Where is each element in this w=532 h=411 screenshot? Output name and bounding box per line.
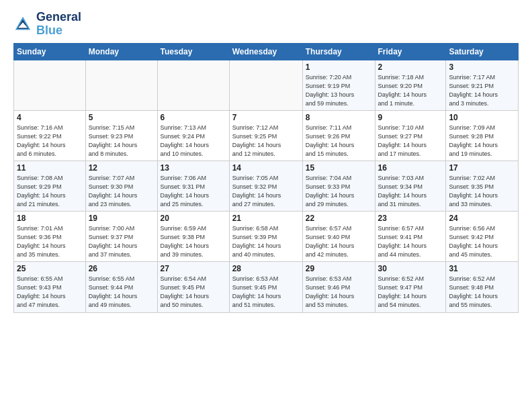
day-info: Sunrise: 7:12 AM Sunset: 9:25 PM Dayligh… bbox=[232, 124, 300, 158]
day-number: 19 bbox=[89, 214, 154, 223]
day-number: 20 bbox=[161, 214, 226, 223]
day-number: 13 bbox=[161, 163, 226, 173]
day-cell: 25Sunrise: 6:55 AM Sunset: 9:43 PM Dayli… bbox=[14, 262, 86, 312]
day-cell: 11Sunrise: 7:08 AM Sunset: 9:29 PM Dayli… bbox=[14, 161, 86, 211]
day-info: Sunrise: 6:55 AM Sunset: 9:43 PM Dayligh… bbox=[17, 275, 83, 310]
day-cell: 15Sunrise: 7:04 AM Sunset: 9:33 PM Dayli… bbox=[302, 161, 375, 211]
header-cell-thursday: Thursday bbox=[302, 43, 375, 60]
day-number: 29 bbox=[306, 264, 372, 273]
day-info: Sunrise: 7:06 AM Sunset: 9:31 PM Dayligh… bbox=[161, 174, 226, 209]
header-cell-wednesday: Wednesday bbox=[229, 43, 302, 60]
day-cell: 4Sunrise: 7:16 AM Sunset: 9:22 PM Daylig… bbox=[14, 110, 86, 161]
day-info: Sunrise: 6:52 AM Sunset: 9:48 PM Dayligh… bbox=[449, 275, 515, 310]
day-info: Sunrise: 7:18 AM Sunset: 9:20 PM Dayligh… bbox=[378, 73, 443, 108]
day-number: 17 bbox=[449, 163, 515, 173]
day-info: Sunrise: 6:59 AM Sunset: 9:38 PM Dayligh… bbox=[161, 224, 226, 259]
day-number: 2 bbox=[378, 62, 443, 72]
day-number: 11 bbox=[17, 163, 83, 173]
day-number: 12 bbox=[89, 163, 154, 173]
day-number: 25 bbox=[17, 264, 83, 273]
header-cell-saturday: Saturday bbox=[446, 43, 519, 60]
day-cell: 10Sunrise: 7:09 AM Sunset: 9:28 PM Dayli… bbox=[446, 110, 519, 161]
week-row-2: 4Sunrise: 7:16 AM Sunset: 9:22 PM Daylig… bbox=[14, 110, 519, 161]
day-info: Sunrise: 7:17 AM Sunset: 9:21 PM Dayligh… bbox=[449, 73, 515, 108]
day-cell: 8Sunrise: 7:11 AM Sunset: 9:26 PM Daylig… bbox=[302, 110, 375, 161]
day-info: Sunrise: 7:04 AM Sunset: 9:33 PM Dayligh… bbox=[306, 174, 372, 209]
day-cell: 24Sunrise: 6:56 AM Sunset: 9:42 PM Dayli… bbox=[446, 212, 519, 262]
week-row-3: 11Sunrise: 7:08 AM Sunset: 9:29 PM Dayli… bbox=[14, 161, 519, 211]
day-cell: 5Sunrise: 7:15 AM Sunset: 9:23 PM Daylig… bbox=[85, 110, 157, 161]
day-number: 23 bbox=[378, 214, 443, 223]
day-cell: 22Sunrise: 6:57 AM Sunset: 9:40 PM Dayli… bbox=[302, 212, 375, 262]
day-cell: 20Sunrise: 6:59 AM Sunset: 9:38 PM Dayli… bbox=[157, 212, 229, 262]
day-number: 9 bbox=[378, 113, 443, 122]
day-cell: 7Sunrise: 7:12 AM Sunset: 9:25 PM Daylig… bbox=[229, 110, 302, 161]
day-info: Sunrise: 7:05 AM Sunset: 9:32 PM Dayligh… bbox=[232, 174, 300, 209]
week-row-5: 25Sunrise: 6:55 AM Sunset: 9:43 PM Dayli… bbox=[14, 262, 519, 312]
day-cell: 3Sunrise: 7:17 AM Sunset: 9:21 PM Daylig… bbox=[446, 60, 519, 110]
day-number: 21 bbox=[232, 214, 300, 223]
logo-icon bbox=[13, 15, 32, 34]
header: General Blue bbox=[13, 11, 519, 38]
day-number: 30 bbox=[378, 264, 443, 273]
day-cell: 26Sunrise: 6:55 AM Sunset: 9:44 PM Dayli… bbox=[85, 262, 157, 312]
logo: General Blue bbox=[13, 11, 81, 38]
day-cell: 28Sunrise: 6:53 AM Sunset: 9:45 PM Dayli… bbox=[229, 262, 302, 312]
calendar-table: SundayMondayTuesdayWednesdayThursdayFrid… bbox=[13, 43, 519, 313]
day-number: 28 bbox=[232, 264, 300, 273]
week-row-1: 1Sunrise: 7:20 AM Sunset: 9:19 PM Daylig… bbox=[14, 60, 519, 110]
day-info: Sunrise: 7:15 AM Sunset: 9:23 PM Dayligh… bbox=[89, 124, 154, 158]
header-row: SundayMondayTuesdayWednesdayThursdayFrid… bbox=[14, 43, 519, 60]
day-cell: 9Sunrise: 7:10 AM Sunset: 9:27 PM Daylig… bbox=[375, 110, 446, 161]
day-cell bbox=[85, 60, 157, 110]
day-cell: 6Sunrise: 7:13 AM Sunset: 9:24 PM Daylig… bbox=[157, 110, 229, 161]
day-info: Sunrise: 7:08 AM Sunset: 9:29 PM Dayligh… bbox=[17, 174, 83, 209]
day-number: 10 bbox=[449, 113, 515, 122]
day-cell: 17Sunrise: 7:02 AM Sunset: 9:35 PM Dayli… bbox=[446, 161, 519, 211]
day-info: Sunrise: 7:03 AM Sunset: 9:34 PM Dayligh… bbox=[378, 174, 443, 209]
day-number: 1 bbox=[306, 62, 372, 72]
day-info: Sunrise: 7:11 AM Sunset: 9:26 PM Dayligh… bbox=[306, 124, 372, 158]
header-cell-sunday: Sunday bbox=[14, 43, 86, 60]
day-number: 22 bbox=[306, 214, 372, 223]
day-number: 16 bbox=[378, 163, 443, 173]
day-info: Sunrise: 7:13 AM Sunset: 9:24 PM Dayligh… bbox=[161, 124, 226, 158]
day-number: 27 bbox=[161, 264, 226, 273]
day-number: 14 bbox=[232, 163, 300, 173]
day-number: 5 bbox=[89, 113, 154, 122]
day-info: Sunrise: 6:52 AM Sunset: 9:47 PM Dayligh… bbox=[378, 275, 443, 310]
day-cell: 23Sunrise: 6:57 AM Sunset: 9:41 PM Dayli… bbox=[375, 212, 446, 262]
day-info: Sunrise: 7:16 AM Sunset: 9:22 PM Dayligh… bbox=[17, 124, 83, 158]
day-info: Sunrise: 6:58 AM Sunset: 9:39 PM Dayligh… bbox=[232, 224, 300, 259]
page: General Blue SundayMondayTuesdayWednesda… bbox=[0, 0, 532, 320]
day-cell: 1Sunrise: 7:20 AM Sunset: 9:19 PM Daylig… bbox=[302, 60, 375, 110]
day-info: Sunrise: 7:00 AM Sunset: 9:37 PM Dayligh… bbox=[89, 224, 154, 259]
day-info: Sunrise: 7:07 AM Sunset: 9:30 PM Dayligh… bbox=[89, 174, 154, 209]
day-number: 8 bbox=[306, 113, 372, 122]
day-info: Sunrise: 6:57 AM Sunset: 9:41 PM Dayligh… bbox=[378, 224, 443, 259]
header-cell-tuesday: Tuesday bbox=[157, 43, 229, 60]
day-cell: 18Sunrise: 7:01 AM Sunset: 9:36 PM Dayli… bbox=[14, 212, 86, 262]
day-cell bbox=[229, 60, 302, 110]
day-cell: 31Sunrise: 6:52 AM Sunset: 9:48 PM Dayli… bbox=[446, 262, 519, 312]
day-cell: 16Sunrise: 7:03 AM Sunset: 9:34 PM Dayli… bbox=[375, 161, 446, 211]
logo-text: General Blue bbox=[36, 11, 81, 38]
day-number: 18 bbox=[17, 214, 83, 223]
day-number: 31 bbox=[449, 264, 515, 273]
day-info: Sunrise: 6:56 AM Sunset: 9:42 PM Dayligh… bbox=[449, 224, 515, 259]
day-info: Sunrise: 6:55 AM Sunset: 9:44 PM Dayligh… bbox=[89, 275, 154, 310]
day-number: 15 bbox=[306, 163, 372, 173]
day-number: 7 bbox=[232, 113, 300, 122]
day-info: Sunrise: 7:01 AM Sunset: 9:36 PM Dayligh… bbox=[17, 224, 83, 259]
day-cell: 19Sunrise: 7:00 AM Sunset: 9:37 PM Dayli… bbox=[85, 212, 157, 262]
day-cell: 13Sunrise: 7:06 AM Sunset: 9:31 PM Dayli… bbox=[157, 161, 229, 211]
day-info: Sunrise: 7:10 AM Sunset: 9:27 PM Dayligh… bbox=[378, 124, 443, 158]
day-cell: 30Sunrise: 6:52 AM Sunset: 9:47 PM Dayli… bbox=[375, 262, 446, 312]
day-cell: 21Sunrise: 6:58 AM Sunset: 9:39 PM Dayli… bbox=[229, 212, 302, 262]
day-info: Sunrise: 6:57 AM Sunset: 9:40 PM Dayligh… bbox=[306, 224, 372, 259]
day-cell: 2Sunrise: 7:18 AM Sunset: 9:20 PM Daylig… bbox=[375, 60, 446, 110]
day-number: 6 bbox=[161, 113, 226, 122]
day-cell bbox=[14, 60, 86, 110]
day-cell: 29Sunrise: 6:53 AM Sunset: 9:46 PM Dayli… bbox=[302, 262, 375, 312]
day-info: Sunrise: 6:53 AM Sunset: 9:45 PM Dayligh… bbox=[232, 275, 300, 310]
